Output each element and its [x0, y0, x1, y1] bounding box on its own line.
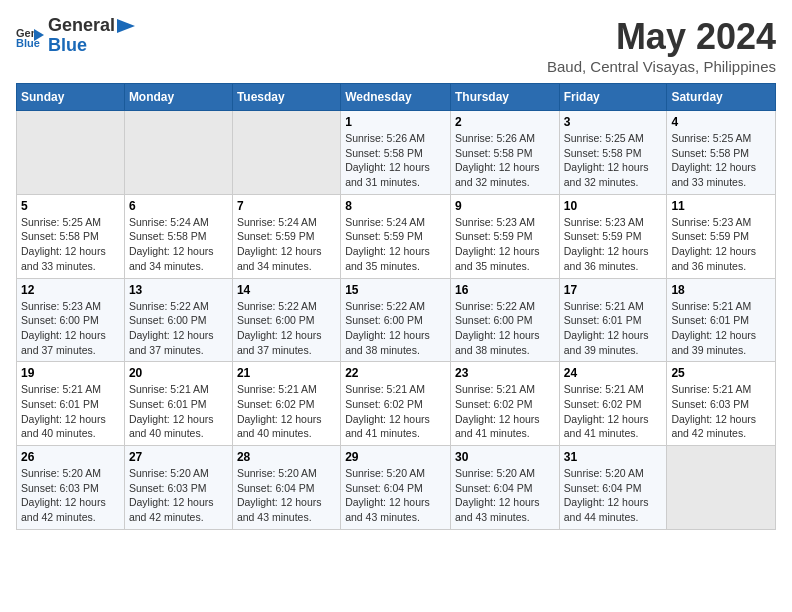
calendar-cell: 22Sunrise: 5:21 AMSunset: 6:02 PMDayligh…: [341, 362, 451, 446]
day-number: 4: [671, 115, 771, 129]
calendar-cell: 27Sunrise: 5:20 AMSunset: 6:03 PMDayligh…: [124, 446, 232, 530]
day-number: 24: [564, 366, 663, 380]
svg-text:Blue: Blue: [16, 37, 40, 47]
day-info: Sunrise: 5:20 AMSunset: 6:04 PMDaylight:…: [345, 466, 446, 525]
calendar-cell: 1Sunrise: 5:26 AMSunset: 5:58 PMDaylight…: [341, 111, 451, 195]
calendar-cell: 13Sunrise: 5:22 AMSunset: 6:00 PMDayligh…: [124, 278, 232, 362]
calendar-cell: 10Sunrise: 5:23 AMSunset: 5:59 PMDayligh…: [559, 194, 667, 278]
logo-icon: Gen Blue: [16, 25, 44, 47]
weekday-header-sunday: Sunday: [17, 84, 125, 111]
day-info: Sunrise: 5:25 AMSunset: 5:58 PMDaylight:…: [21, 215, 120, 274]
day-info: Sunrise: 5:22 AMSunset: 6:00 PMDaylight:…: [455, 299, 555, 358]
day-info: Sunrise: 5:20 AMSunset: 6:04 PMDaylight:…: [237, 466, 336, 525]
logo-blue-text: Blue: [48, 36, 135, 56]
day-info: Sunrise: 5:20 AMSunset: 6:04 PMDaylight:…: [455, 466, 555, 525]
day-info: Sunrise: 5:26 AMSunset: 5:58 PMDaylight:…: [455, 131, 555, 190]
weekday-header-friday: Friday: [559, 84, 667, 111]
day-number: 9: [455, 199, 555, 213]
day-info: Sunrise: 5:21 AMSunset: 6:03 PMDaylight:…: [671, 382, 771, 441]
day-info: Sunrise: 5:24 AMSunset: 5:58 PMDaylight:…: [129, 215, 228, 274]
day-number: 19: [21, 366, 120, 380]
day-number: 22: [345, 366, 446, 380]
weekday-header-row: SundayMondayTuesdayWednesdayThursdayFrid…: [17, 84, 776, 111]
day-number: 18: [671, 283, 771, 297]
day-number: 17: [564, 283, 663, 297]
weekday-header-wednesday: Wednesday: [341, 84, 451, 111]
day-info: Sunrise: 5:21 AMSunset: 6:01 PMDaylight:…: [671, 299, 771, 358]
calendar-cell: 28Sunrise: 5:20 AMSunset: 6:04 PMDayligh…: [232, 446, 340, 530]
weekday-header-thursday: Thursday: [450, 84, 559, 111]
calendar-week-row: 19Sunrise: 5:21 AMSunset: 6:01 PMDayligh…: [17, 362, 776, 446]
day-number: 8: [345, 199, 446, 213]
day-number: 20: [129, 366, 228, 380]
day-info: Sunrise: 5:21 AMSunset: 6:01 PMDaylight:…: [129, 382, 228, 441]
calendar-cell: 14Sunrise: 5:22 AMSunset: 6:00 PMDayligh…: [232, 278, 340, 362]
day-number: 5: [21, 199, 120, 213]
calendar-cell: 21Sunrise: 5:21 AMSunset: 6:02 PMDayligh…: [232, 362, 340, 446]
logo-arrow-icon: [117, 19, 135, 33]
day-number: 12: [21, 283, 120, 297]
day-number: 23: [455, 366, 555, 380]
day-info: Sunrise: 5:23 AMSunset: 5:59 PMDaylight:…: [455, 215, 555, 274]
day-number: 1: [345, 115, 446, 129]
calendar-cell: [232, 111, 340, 195]
weekday-header-saturday: Saturday: [667, 84, 776, 111]
day-number: 16: [455, 283, 555, 297]
calendar-cell: [667, 446, 776, 530]
calendar-cell: 26Sunrise: 5:20 AMSunset: 6:03 PMDayligh…: [17, 446, 125, 530]
calendar-week-row: 26Sunrise: 5:20 AMSunset: 6:03 PMDayligh…: [17, 446, 776, 530]
calendar-cell: 3Sunrise: 5:25 AMSunset: 5:58 PMDaylight…: [559, 111, 667, 195]
day-info: Sunrise: 5:21 AMSunset: 6:02 PMDaylight:…: [237, 382, 336, 441]
calendar-cell: 6Sunrise: 5:24 AMSunset: 5:58 PMDaylight…: [124, 194, 232, 278]
day-number: 29: [345, 450, 446, 464]
day-number: 15: [345, 283, 446, 297]
day-info: Sunrise: 5:23 AMSunset: 5:59 PMDaylight:…: [564, 215, 663, 274]
day-number: 2: [455, 115, 555, 129]
calendar-cell: 8Sunrise: 5:24 AMSunset: 5:59 PMDaylight…: [341, 194, 451, 278]
day-number: 6: [129, 199, 228, 213]
day-info: Sunrise: 5:21 AMSunset: 6:02 PMDaylight:…: [564, 382, 663, 441]
day-number: 21: [237, 366, 336, 380]
calendar-cell: 12Sunrise: 5:23 AMSunset: 6:00 PMDayligh…: [17, 278, 125, 362]
logo: Gen Blue General Blue: [16, 16, 135, 56]
calendar-cell: 25Sunrise: 5:21 AMSunset: 6:03 PMDayligh…: [667, 362, 776, 446]
calendar-cell: 19Sunrise: 5:21 AMSunset: 6:01 PMDayligh…: [17, 362, 125, 446]
calendar-subtitle: Baud, Central Visayas, Philippines: [547, 58, 776, 75]
calendar-cell: 15Sunrise: 5:22 AMSunset: 6:00 PMDayligh…: [341, 278, 451, 362]
day-info: Sunrise: 5:25 AMSunset: 5:58 PMDaylight:…: [564, 131, 663, 190]
calendar-cell: 4Sunrise: 5:25 AMSunset: 5:58 PMDaylight…: [667, 111, 776, 195]
calendar-cell: [124, 111, 232, 195]
logo-general-text: General: [48, 16, 115, 36]
day-number: 3: [564, 115, 663, 129]
day-info: Sunrise: 5:23 AMSunset: 5:59 PMDaylight:…: [671, 215, 771, 274]
day-info: Sunrise: 5:25 AMSunset: 5:58 PMDaylight:…: [671, 131, 771, 190]
weekday-header-monday: Monday: [124, 84, 232, 111]
day-info: Sunrise: 5:21 AMSunset: 6:02 PMDaylight:…: [345, 382, 446, 441]
day-number: 14: [237, 283, 336, 297]
day-info: Sunrise: 5:21 AMSunset: 6:01 PMDaylight:…: [564, 299, 663, 358]
svg-marker-3: [117, 19, 135, 33]
day-info: Sunrise: 5:20 AMSunset: 6:04 PMDaylight:…: [564, 466, 663, 525]
day-number: 30: [455, 450, 555, 464]
calendar-title: May 2024: [547, 16, 776, 58]
day-info: Sunrise: 5:22 AMSunset: 6:00 PMDaylight:…: [129, 299, 228, 358]
calendar-cell: 30Sunrise: 5:20 AMSunset: 6:04 PMDayligh…: [450, 446, 559, 530]
calendar-cell: 31Sunrise: 5:20 AMSunset: 6:04 PMDayligh…: [559, 446, 667, 530]
day-info: Sunrise: 5:21 AMSunset: 6:01 PMDaylight:…: [21, 382, 120, 441]
calendar-cell: 17Sunrise: 5:21 AMSunset: 6:01 PMDayligh…: [559, 278, 667, 362]
day-info: Sunrise: 5:20 AMSunset: 6:03 PMDaylight:…: [21, 466, 120, 525]
calendar-cell: 18Sunrise: 5:21 AMSunset: 6:01 PMDayligh…: [667, 278, 776, 362]
calendar-cell: 16Sunrise: 5:22 AMSunset: 6:00 PMDayligh…: [450, 278, 559, 362]
calendar-week-row: 12Sunrise: 5:23 AMSunset: 6:00 PMDayligh…: [17, 278, 776, 362]
day-number: 27: [129, 450, 228, 464]
day-number: 7: [237, 199, 336, 213]
calendar-cell: 7Sunrise: 5:24 AMSunset: 5:59 PMDaylight…: [232, 194, 340, 278]
calendar-cell: 5Sunrise: 5:25 AMSunset: 5:58 PMDaylight…: [17, 194, 125, 278]
calendar-cell: 11Sunrise: 5:23 AMSunset: 5:59 PMDayligh…: [667, 194, 776, 278]
day-info: Sunrise: 5:24 AMSunset: 5:59 PMDaylight:…: [237, 215, 336, 274]
calendar-cell: 29Sunrise: 5:20 AMSunset: 6:04 PMDayligh…: [341, 446, 451, 530]
day-number: 10: [564, 199, 663, 213]
page-header: Gen Blue General Blue May 2024 Baud, Cen…: [16, 16, 776, 75]
day-number: 26: [21, 450, 120, 464]
day-number: 25: [671, 366, 771, 380]
